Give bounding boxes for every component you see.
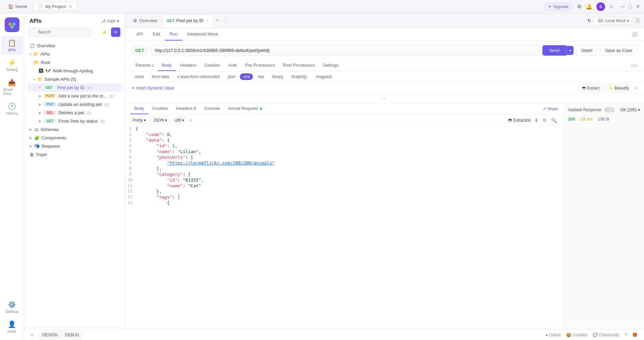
fmt-tab-form-data[interactable]: form-data <box>149 73 172 80</box>
help-button[interactable]: ? <box>625 333 627 337</box>
req-tab-post-processors[interactable]: Post Processors <box>279 60 319 71</box>
branch-selector[interactable]: ⎇ main ▾ <box>101 19 119 23</box>
code-view-icon[interactable]: </> <box>631 63 637 68</box>
sub-tab-run[interactable]: Run <box>165 28 182 41</box>
req-tab-body[interactable]: Body <box>158 60 176 71</box>
debug-button[interactable]: DEBUG <box>61 331 83 339</box>
local-mock-selector[interactable]: Lo Local Mock ▾ <box>594 17 633 25</box>
upgrade-button[interactable]: ✦ Upgrade <box>544 3 573 11</box>
expand-icon[interactable]: ⬜ <box>632 32 637 37</box>
tree-endpoint-find-pet[interactable]: ▾ GET Find pet by ID (4) <box>27 83 122 92</box>
method-label[interactable]: GET <box>131 46 148 55</box>
tab-add-button[interactable]: + <box>214 16 221 25</box>
minimize-button[interactable]: ─ <box>621 4 625 9</box>
tree-endpoint-delete-pet[interactable]: ▶ DEL Deletes a pet (1) <box>27 109 122 117</box>
tree-endpoint-add-pet[interactable]: ▶ POST Add a new pet to the st... (1) <box>27 92 122 100</box>
extraction-button[interactable]: ⬒ Extraction <box>508 118 531 123</box>
bookmark-icon[interactable]: ☆ <box>609 3 614 10</box>
sidebar-item-history[interactable]: 🕐 History <box>1 99 23 118</box>
extract-button[interactable]: ⬒ Extract <box>579 84 602 92</box>
gift-button[interactable]: 🎁 <box>632 333 637 337</box>
json-select[interactable]: JSON ▾ <box>151 117 169 124</box>
tree-root[interactable]: 📁 Root <box>27 58 122 67</box>
settings-icon[interactable]: ⚙ <box>577 3 582 10</box>
tab-active-close-icon[interactable]: ✕ <box>206 19 209 22</box>
sidebar-item-apis[interactable]: 📋 APIs <box>1 36 23 55</box>
req-tab-params[interactable]: Params 1 <box>131 60 158 71</box>
resp-tab-headers[interactable]: Headers 8 <box>172 103 200 114</box>
list-view-icon[interactable]: ≡ <box>189 118 192 123</box>
save-case-button[interactable]: Save as Case <box>600 45 637 56</box>
maximize-button[interactable]: □ <box>628 4 633 9</box>
refresh-icon[interactable]: ↻ <box>587 18 591 23</box>
bell-icon[interactable]: 🔔 <box>586 3 592 10</box>
project-tab[interactable]: 📄 My Project ✕ <box>34 3 76 10</box>
search-resp-icon[interactable]: 🔍 <box>550 117 558 124</box>
resp-tab-body[interactable]: Body <box>130 103 148 114</box>
send-button[interactable]: Send <box>542 45 566 56</box>
req-tab-settings[interactable]: Settings <box>319 60 343 71</box>
sub-tab-api[interactable]: API <box>131 28 148 41</box>
more-options-icon[interactable]: ≡ <box>635 86 637 91</box>
avatar[interactable]: S <box>596 2 605 11</box>
tree-walkthrough[interactable]: 🅼 🐶 Walk through Apidog <box>27 67 122 75</box>
tree-trash[interactable]: 🗑 Trash <box>27 150 122 159</box>
fmt-tab-urlencoded[interactable]: x-www-form-urlencoded <box>174 73 223 80</box>
sidebar-item-settings[interactable]: ⚙️ Settings <box>1 298 23 316</box>
req-tab-auth[interactable]: Auth <box>224 60 241 71</box>
fmt-tab-graphql[interactable]: GraphQL <box>288 73 311 80</box>
tree-overview[interactable]: 📋 Overview <box>27 42 122 50</box>
validate-toggle[interactable] <box>604 107 615 113</box>
close-button[interactable]: ✕ <box>635 4 640 9</box>
fmt-tab-binary[interactable]: binary <box>269 73 286 80</box>
sidebar-item-share-docs[interactable]: 📤 Share Docs <box>1 76 23 98</box>
stash-button[interactable]: Stash <box>576 45 597 56</box>
design-button[interactable]: DESIGN <box>39 331 61 339</box>
req-tab-pre-processors[interactable]: Pre Processors <box>241 60 279 71</box>
encoding-select[interactable]: utf8 ▾ <box>172 117 186 124</box>
add-api-button[interactable]: + <box>111 27 120 37</box>
tab-overview[interactable]: 🖥 Overview <box>129 15 161 27</box>
sidebar-item-invite[interactable]: 👤 Invite <box>1 318 23 336</box>
beautify-button[interactable]: ✨ Beautify <box>605 84 632 92</box>
tree-schemas[interactable]: ▶ 🗂 Schemas <box>27 125 122 134</box>
tab-hamburger-icon[interactable]: ☰ <box>635 17 640 24</box>
fmt-tab-msgpack[interactable]: msgpack <box>313 73 335 80</box>
tree-endpoint-finds-pets[interactable]: ▶ GET Finds Pets by status (2) <box>27 117 122 125</box>
home-tab[interactable]: 🏠 Home <box>4 3 31 10</box>
filter-button[interactable]: ⚡ <box>100 27 109 37</box>
community-button[interactable]: 💬 Community <box>593 333 620 337</box>
resp-tab-cookies[interactable]: Cookies <box>148 103 172 114</box>
search-input[interactable] <box>28 27 92 37</box>
pretty-select[interactable]: Pretty ▾ <box>130 117 148 124</box>
fmt-tab-xml[interactable]: xml <box>240 73 253 80</box>
tree-endpoint-update-pet[interactable]: ▶ PUT Update an existing pet (2) <box>27 100 122 109</box>
tree-apis[interactable]: ▾ 📁 APIs <box>27 50 122 58</box>
cookies-button[interactable]: 🍪 Cookies <box>566 333 587 337</box>
insert-dynamic-button[interactable]: ✦ Insert Dynamic Value <box>131 86 174 90</box>
resp-tab-actual-request[interactable]: Actual Request <box>224 103 266 114</box>
url-input[interactable] <box>151 45 540 56</box>
share-button[interactable]: ↗ Share <box>543 107 558 111</box>
apis-chevron-icon: ▾ <box>30 52 31 56</box>
tree-requests[interactable]: ▶ 📬 Requests <box>27 142 122 150</box>
sub-tab-edit[interactable]: Edit <box>148 28 165 41</box>
tab-more-button[interactable]: ··· <box>222 17 229 24</box>
send-dropdown-button[interactable]: ▾ <box>566 46 574 55</box>
sidebar-item-testing[interactable]: ⚡ Testing <box>1 56 23 74</box>
tree-components[interactable]: ▶ 🧩 Components <box>27 134 122 142</box>
copy-icon[interactable]: ⧉ <box>542 117 548 124</box>
req-tab-cookies[interactable]: Cookies <box>200 60 224 71</box>
tab-close-icon[interactable]: ✕ <box>69 4 72 9</box>
fmt-tab-none[interactable]: none <box>131 73 147 80</box>
fmt-tab-raw[interactable]: raw <box>254 73 267 80</box>
req-tab-headers[interactable]: Headers <box>176 60 200 71</box>
collapse-icon[interactable]: « <box>31 332 33 337</box>
resp-tab-console[interactable]: Console <box>200 103 224 114</box>
fmt-tab-json[interactable]: json <box>224 73 238 80</box>
tree-sample-apis[interactable]: ▾ 📁 Sample APIs (5) <box>27 75 122 83</box>
sub-tab-advanced-mock[interactable]: Advanced Mock <box>182 28 223 41</box>
tab-find-pet[interactable]: GET Find pet by ID ✕ <box>163 15 213 27</box>
online-status[interactable]: ● Online <box>545 333 561 337</box>
download-icon[interactable]: ⬇ <box>533 117 540 124</box>
